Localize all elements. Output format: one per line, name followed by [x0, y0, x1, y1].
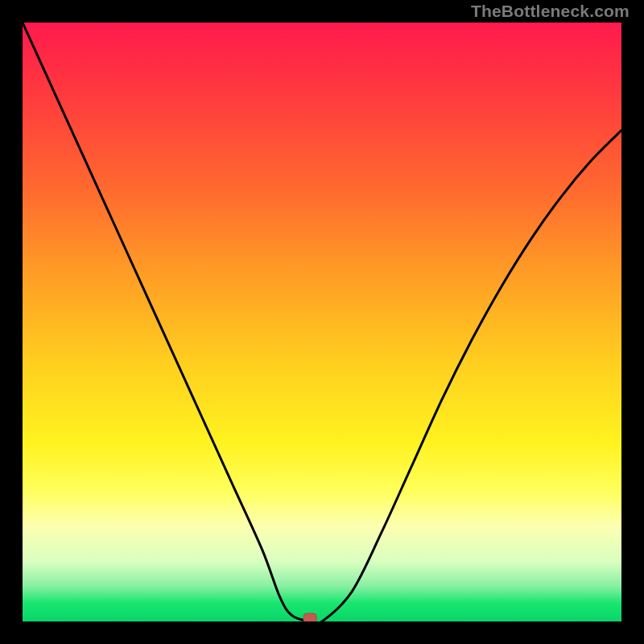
watermark-text: TheBottleneck.com	[471, 2, 630, 21]
curve-svg	[23, 23, 621, 621]
bottleneck-curve	[23, 23, 621, 621]
minimum-marker	[303, 613, 316, 621]
plot-area	[23, 23, 621, 621]
chart-frame: TheBottleneck.com	[0, 0, 644, 644]
